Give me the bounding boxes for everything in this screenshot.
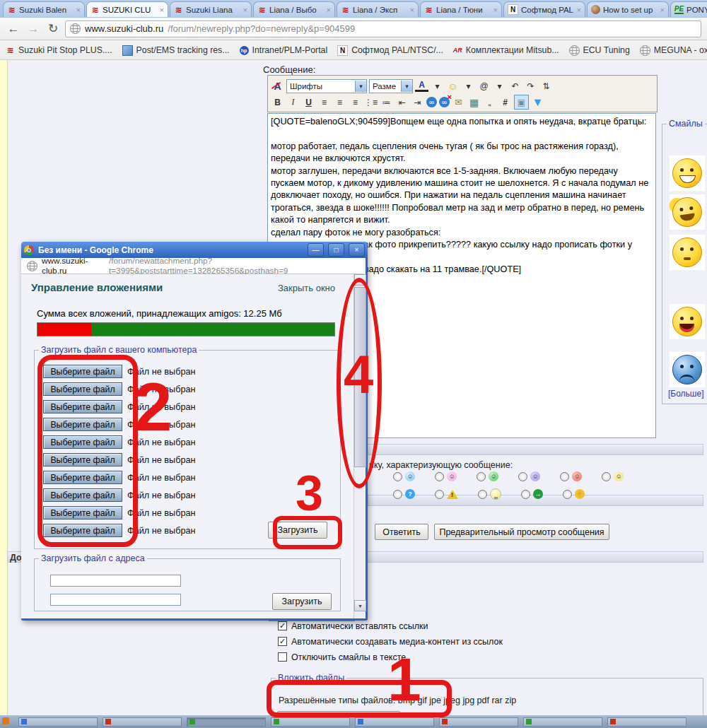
indent-icon[interactable]: ⇥: [411, 95, 424, 109]
choose-file-button[interactable]: Выберите файл: [43, 488, 122, 502]
remove-link-icon[interactable]: ∞: [439, 97, 450, 107]
post-icon-radio[interactable]: [435, 472, 444, 481]
reload-button[interactable]: ↻: [45, 21, 61, 36]
choose-file-button[interactable]: Выберите файл: [43, 506, 122, 519]
post-icon-option[interactable]: [393, 471, 415, 481]
browser-tab[interactable]: Liana / Эксп ×: [337, 1, 419, 17]
smiley-item[interactable]: [670, 155, 705, 191]
post-icon-option[interactable]: [563, 488, 585, 500]
post-icon-radio[interactable]: [602, 472, 611, 481]
taskbar-button[interactable]: [439, 717, 518, 727]
popup-scrollbar[interactable]: ▲ ▼: [354, 274, 366, 618]
post-icon-radio[interactable]: [393, 490, 402, 499]
taskbar-button[interactable]: [18, 717, 98, 727]
taskbar-button[interactable]: [607, 717, 686, 727]
bookmark-item[interactable]: Комплектации Mitsub...: [453, 45, 559, 55]
redo-icon[interactable]: ↷: [524, 79, 537, 93]
upload-url-button[interactable]: Загрузить: [272, 593, 332, 610]
bookmark-item[interactable]: Post/EMS tracking res...: [122, 45, 230, 56]
checkbox[interactable]: [278, 652, 287, 662]
post-icon-radio[interactable]: [478, 490, 487, 499]
align-left-icon[interactable]: ≡: [317, 95, 331, 109]
post-icon-option[interactable]: [478, 488, 501, 500]
browser-tab[interactable]: Софтмод PAL ×: [503, 1, 585, 17]
outdent-icon[interactable]: ⇤: [395, 95, 409, 109]
taskbar-button[interactable]: [187, 717, 266, 727]
scroll-down-icon[interactable]: ▼: [354, 600, 366, 611]
tab-close-icon[interactable]: ×: [327, 6, 331, 14]
post-icon-radio[interactable]: [563, 490, 572, 499]
post-icon-radio[interactable]: [518, 472, 527, 481]
bookmark-item[interactable]: Intranet/PLM-Portal: [240, 45, 328, 55]
checkbox[interactable]: [278, 637, 287, 646]
forward-button[interactable]: →: [25, 22, 41, 36]
choose-file-button[interactable]: Выберите файл: [43, 524, 122, 537]
choose-file-button[interactable]: Выберите файл: [43, 400, 122, 413]
option-row[interactable]: Автоматически вставлять ссылки: [278, 621, 503, 631]
taskbar-start-icon[interactable]: [2, 717, 9, 724]
post-icon-radio[interactable]: [393, 472, 402, 481]
address-bar[interactable]: www.suzuki-club.ru/forum/newreply.php?do…: [65, 20, 701, 37]
tab-close-icon[interactable]: ×: [493, 6, 498, 14]
browser-tab[interactable]: How to set up ×: [587, 1, 669, 17]
tab-close-icon[interactable]: ×: [76, 6, 81, 14]
popup-address-bar[interactable]: www.suzuki-club.ru/forum/newattachment.p…: [21, 258, 363, 274]
bold-icon[interactable]: B: [271, 95, 284, 109]
post-icon-option[interactable]: [393, 488, 415, 500]
scrollbar-thumb[interactable]: [354, 287, 366, 467]
maximize-button[interactable]: □: [328, 243, 344, 257]
post-icon-radio[interactable]: [435, 490, 444, 499]
browser-tab[interactable]: SUZUKI CLU ×: [86, 1, 168, 17]
post-icon-option[interactable]: [518, 471, 540, 481]
smiley-icon[interactable]: ☺: [446, 79, 460, 93]
url-field-1[interactable]: [50, 575, 181, 587]
post-icon-option[interactable]: [435, 471, 457, 481]
browser-tab[interactable]: Liana / Выбо ×: [253, 1, 335, 17]
download-arrow-icon[interactable]: ▼: [531, 95, 544, 109]
browser-tab[interactable]: PONY EXP ×: [670, 1, 707, 17]
back-button[interactable]: ←: [6, 22, 21, 36]
undo-icon[interactable]: ↶: [508, 79, 522, 93]
quote-icon[interactable]: „: [483, 95, 496, 109]
reply-button[interactable]: Ответить: [375, 524, 428, 540]
bookmark-item[interactable]: ECU Tuning: [569, 45, 630, 56]
insert-link-icon[interactable]: ∞: [426, 97, 437, 107]
post-icon-option[interactable]: [560, 471, 582, 481]
italic-icon[interactable]: I: [286, 95, 300, 109]
smiley-item[interactable]: [670, 235, 705, 270]
smilies-more-link[interactable]: [Больше]: [668, 389, 704, 399]
browser-tab[interactable]: Liana / Тюни ×: [420, 1, 502, 17]
underline-icon[interactable]: U: [302, 95, 315, 109]
browser-tab[interactable]: Suzuki Liana ×: [170, 1, 252, 17]
insert-image-icon[interactable]: ▦: [467, 95, 481, 109]
choose-file-button[interactable]: Выберите файл: [43, 471, 122, 484]
post-icon-option[interactable]: [477, 471, 498, 481]
ordered-list-icon[interactable]: ⋮≡: [364, 95, 378, 109]
choose-file-button[interactable]: Выберите файл: [43, 382, 122, 396]
choose-file-button[interactable]: Выберите файл: [43, 435, 122, 449]
taskbar-button[interactable]: [355, 717, 434, 727]
choose-file-button[interactable]: Выберите файл: [43, 418, 122, 431]
align-center-icon[interactable]: ≡: [333, 95, 346, 109]
post-icon-radio[interactable]: [477, 472, 486, 481]
tab-close-icon[interactable]: ×: [160, 6, 164, 14]
tab-close-icon[interactable]: ×: [577, 6, 581, 14]
choose-file-button[interactable]: Выберите файл: [43, 365, 122, 378]
wrap-code-icon[interactable]: ▣: [514, 95, 529, 110]
font-dropdown[interactable]: Шрифты ▾: [286, 79, 367, 93]
option-row[interactable]: Автоматически создавать медиа-контент из…: [278, 636, 503, 647]
attach-icon[interactable]: @: [477, 79, 491, 93]
close-button[interactable]: ×: [349, 243, 365, 257]
post-icon-radio[interactable]: [560, 472, 569, 481]
taskbar-button[interactable]: [523, 717, 602, 727]
bookmark-item[interactable]: Suzuki Pit Stop PLUS....: [6, 45, 112, 55]
remove-format-icon[interactable]: A: [271, 79, 284, 93]
post-icon-option[interactable]: [602, 471, 624, 481]
smiley-item[interactable]: [670, 304, 705, 339]
post-icon-option[interactable]: [435, 488, 458, 500]
preview-button[interactable]: Предварительный просмотр сообщения: [434, 524, 609, 540]
unordered-list-icon[interactable]: ≔: [380, 95, 393, 109]
resize-editor-icon[interactable]: ⇅: [539, 79, 553, 93]
scroll-up-icon[interactable]: ▲: [354, 274, 366, 286]
size-dropdown[interactable]: Разме ▾: [369, 79, 413, 93]
